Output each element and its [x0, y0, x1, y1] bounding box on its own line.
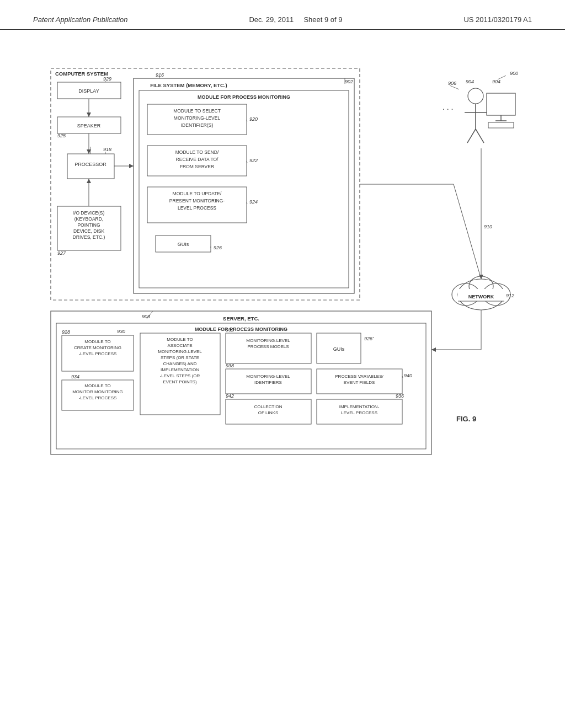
svg-text:929: 929	[103, 76, 111, 82]
svg-text:MODULE TO: MODULE TO	[167, 337, 193, 342]
svg-text:SERVER, ETC.: SERVER, ETC.	[223, 315, 259, 322]
header-left: Patent Application Publication	[33, 15, 128, 24]
svg-text:POINTING: POINTING	[77, 222, 100, 228]
svg-text:IMPLEMENTATION: IMPLEMENTATION	[161, 367, 199, 372]
svg-marker-51	[87, 113, 91, 117]
svg-rect-2	[134, 78, 354, 293]
svg-text:FROM SERVER: FROM SERVER	[180, 164, 214, 169]
svg-text:RECEIVE DATA TO/: RECEIVE DATA TO/	[176, 157, 218, 162]
svg-text:DISPLAY: DISPLAY	[78, 88, 99, 94]
svg-rect-92	[56, 323, 426, 449]
svg-text:900: 900	[510, 71, 518, 76]
svg-text:922: 922	[249, 158, 258, 163]
page-header: Patent Application Publication Dec. 29, …	[0, 0, 565, 30]
svg-text:DRIVES, ETC.): DRIVES, ETC.)	[73, 234, 105, 240]
svg-text:910: 910	[484, 224, 492, 229]
svg-text:PROCESS VARIABLES/: PROCESS VARIABLES/	[335, 374, 383, 379]
svg-line-66	[467, 129, 476, 143]
svg-text:926': 926'	[364, 336, 374, 341]
svg-text:MODULE FOR PROCESS MONITORING: MODULE FOR PROCESS MONITORING	[198, 94, 290, 100]
svg-text:. . .: . . .	[443, 103, 453, 111]
svg-text:MONITOR MONITORING: MONITOR MONITORING	[72, 389, 123, 394]
svg-text:FIG. 9: FIG. 9	[456, 415, 476, 423]
svg-text:-LEVEL PROCESS: -LEVEL PROCESS	[79, 395, 117, 400]
svg-text:FILE SYSTEM (MEMORY, ETC.): FILE SYSTEM (MEMORY, ETC.)	[150, 82, 227, 88]
svg-text:CHANGES) AND: CHANGES) AND	[163, 361, 197, 366]
svg-text:MODULE FOR PROCESS MONITORING: MODULE FOR PROCESS MONITORING	[195, 326, 287, 332]
svg-text:MODULE TO: MODULE TO	[84, 339, 110, 344]
svg-text:932: 932	[226, 327, 234, 333]
svg-text:OF LINKS: OF LINKS	[258, 410, 278, 415]
svg-text:906: 906	[448, 81, 456, 86]
svg-line-67	[476, 129, 484, 143]
svg-text:MONITORING-LEVEL: MONITORING-LEVEL	[174, 115, 221, 121]
svg-marker-55	[87, 179, 91, 183]
patent-number: US 2011/0320179 A1	[463, 15, 532, 24]
svg-text:COLLECTION: COLLECTION	[254, 404, 282, 409]
svg-text:EVENT POINTS): EVENT POINTS)	[163, 379, 197, 384]
svg-text:MODULE TO: MODULE TO	[84, 383, 110, 388]
svg-line-62	[450, 85, 459, 89]
svg-text:918: 918	[103, 147, 111, 152]
svg-rect-71	[488, 122, 514, 128]
header-sheet: Sheet 9 of 9	[303, 15, 342, 24]
svg-text:EVENT FIELDS: EVENT FIELDS	[344, 380, 375, 385]
svg-text:904: 904	[492, 79, 500, 84]
svg-text:MONITORING-LEVEL: MONITORING-LEVEL	[246, 374, 290, 379]
svg-text:LEVEL PROCESS: LEVEL PROCESS	[178, 205, 216, 211]
svg-text:927: 927	[57, 250, 66, 256]
svg-text:GUIs: GUIs	[178, 242, 189, 247]
svg-text:IDENTIFIER(S): IDENTIFIER(S)	[181, 122, 214, 128]
svg-text:930: 930	[117, 329, 125, 334]
header-date: Dec. 29, 2011	[249, 15, 294, 24]
svg-text:MODULE TO SELECT: MODULE TO SELECT	[173, 108, 221, 114]
svg-text:926: 926	[214, 245, 222, 250]
svg-text:938: 938	[226, 363, 234, 368]
svg-text:-LEVEL STEPS (OR: -LEVEL STEPS (OR	[160, 373, 200, 378]
header-center: Dec. 29, 2011 Sheet 9 of 9	[249, 15, 342, 24]
svg-text:920: 920	[249, 116, 258, 122]
svg-rect-8	[139, 90, 349, 288]
svg-text:SPEAKER: SPEAKER	[77, 123, 101, 129]
svg-text:ASSOCIATE: ASSOCIATE	[167, 343, 192, 348]
svg-text:I/O DEVICE(S): I/O DEVICE(S)	[73, 210, 105, 216]
svg-text:-LEVEL PROCESS: -LEVEL PROCESS	[79, 351, 117, 356]
svg-text:STEPS (OR STATE: STEPS (OR STATE	[161, 355, 199, 360]
diagram-wrapper: COMPUTER SYSTEM 916 FILE SYSTEM (MEMORY,…	[45, 57, 520, 473]
svg-text:936: 936	[396, 393, 404, 399]
svg-text:COMPUTER SYSTEM: COMPUTER SYSTEM	[55, 71, 108, 77]
svg-line-87	[454, 184, 481, 279]
svg-text:LEVEL PROCESS: LEVEL PROCESS	[341, 410, 377, 415]
svg-rect-0	[51, 68, 360, 300]
svg-text:MONITORING-LEVEL: MONITORING-LEVEL	[246, 338, 290, 343]
svg-text:904: 904	[466, 79, 474, 84]
svg-text:916: 916	[156, 72, 164, 78]
svg-marker-57	[129, 164, 134, 168]
svg-marker-140	[431, 347, 436, 352]
svg-text:MODULE TO UPDATE/: MODULE TO UPDATE/	[173, 191, 222, 196]
svg-point-63	[468, 88, 483, 104]
svg-text:CREATE MONITORING: CREATE MONITORING	[74, 345, 121, 350]
svg-text:NETWORK: NETWORK	[468, 294, 494, 299]
svg-text:925: 925	[57, 133, 66, 138]
svg-rect-68	[487, 93, 515, 115]
svg-text:912: 912	[506, 293, 514, 298]
svg-text:(KEYBOARD,: (KEYBOARD,	[74, 216, 103, 222]
svg-text:DEVICE, DISK: DEVICE, DISK	[73, 228, 105, 234]
svg-text:IDENTIFIERS: IDENTIFIERS	[254, 380, 282, 385]
svg-text:902: 902	[345, 79, 353, 84]
svg-text:PRESENT MONITORING-: PRESENT MONITORING-	[169, 198, 225, 204]
svg-text:928: 928	[62, 329, 70, 335]
svg-text:940: 940	[404, 373, 412, 378]
svg-text:PROCESS MODELS: PROCESS MODELS	[247, 344, 289, 349]
svg-text:942: 942	[226, 393, 234, 399]
svg-text:GUIs: GUIs	[333, 346, 345, 352]
svg-text:934: 934	[71, 374, 79, 379]
main-content: COMPUTER SYSTEM 916 FILE SYSTEM (MEMORY,…	[0, 35, 565, 484]
diagram-svg: COMPUTER SYSTEM 916 FILE SYSTEM (MEMORY,…	[45, 57, 520, 471]
svg-text:MODULE TO SEND/: MODULE TO SEND/	[175, 149, 219, 155]
header-right: US 2011/0320179 A1	[463, 15, 532, 24]
svg-text:MONITORING-LEVEL: MONITORING-LEVEL	[158, 349, 202, 354]
svg-text:IMPLEMENTATION-: IMPLEMENTATION-	[339, 404, 380, 409]
svg-text:PROCESSOR: PROCESSOR	[74, 162, 106, 167]
